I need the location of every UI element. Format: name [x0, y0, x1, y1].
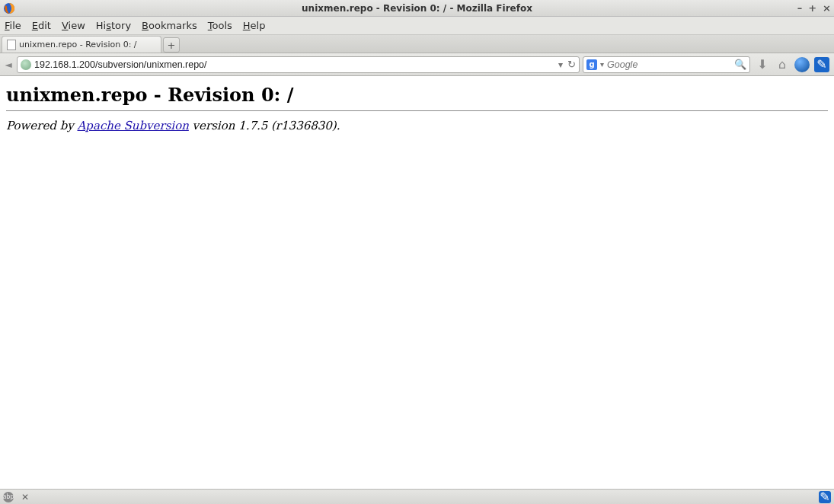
- menu-file[interactable]: File: [5, 20, 21, 31]
- menu-view[interactable]: View: [62, 20, 85, 31]
- window-controls: – + ×: [797, 2, 831, 14]
- url-bar[interactable]: ▾ ↻: [17, 56, 580, 73]
- tabbar: unixmen.repo - Revision 0: / +: [0, 35, 834, 53]
- back-button[interactable]: ◄: [3, 57, 14, 72]
- search-engine-dropdown-icon[interactable]: ▾: [600, 60, 604, 69]
- downloads-icon[interactable]: ⬇: [755, 57, 770, 72]
- tab-active[interactable]: unixmen.repo - Revision 0: /: [2, 36, 161, 53]
- taskbar-indicator-icon[interactable]: abp: [3, 492, 14, 502]
- taskbar-left: abp ✕: [3, 492, 30, 502]
- menu-edit[interactable]: Edit: [32, 20, 51, 31]
- menubar: File Edit View History Bookmarks Tools H…: [0, 17, 834, 35]
- powered-by-line: Powered by Apache Subversion version 1.7…: [6, 119, 828, 132]
- url-dropdown-icon[interactable]: ▾: [558, 59, 563, 70]
- menu-bookmarks[interactable]: Bookmarks: [142, 20, 197, 31]
- search-engine-icon[interactable]: g: [586, 59, 597, 70]
- globe-icon: [21, 59, 31, 70]
- window-maximize-button[interactable]: +: [808, 2, 816, 14]
- window-title: unixmen.repo - Revision 0: / - Mozilla F…: [302, 3, 532, 14]
- new-tab-button[interactable]: +: [163, 37, 180, 53]
- powered-prefix: Powered by: [6, 119, 78, 132]
- page-icon: [7, 40, 16, 50]
- window-close-button[interactable]: ×: [823, 2, 831, 14]
- version-suffix: version 1.7.5 (r1336830).: [189, 119, 340, 132]
- taskbar-edit-icon[interactable]: ✎: [819, 491, 831, 503]
- url-right-controls: ▾ ↻: [558, 59, 576, 70]
- toolbar-blue-circle-icon[interactable]: [794, 57, 810, 72]
- window-minimize-button[interactable]: –: [797, 2, 803, 14]
- search-input[interactable]: [607, 59, 731, 70]
- menu-history[interactable]: History: [96, 20, 131, 31]
- url-input[interactable]: [34, 59, 555, 70]
- divider: [6, 110, 828, 111]
- taskbar-close-icon[interactable]: ✕: [20, 492, 30, 502]
- menu-help[interactable]: Help: [243, 20, 266, 31]
- page-content: unixmen.repo - Revision 0: / Powered by …: [0, 76, 834, 137]
- search-bar[interactable]: g ▾ 🔍: [583, 56, 750, 73]
- nav-right-icons: ⬇ ⌂ ✎: [753, 57, 831, 72]
- bottom-taskbar: abp ✕ ✎: [0, 489, 834, 504]
- toolbar-edit-icon[interactable]: ✎: [814, 57, 829, 72]
- page-viewport[interactable]: unixmen.repo - Revision 0: / Powered by …: [0, 76, 834, 489]
- home-icon[interactable]: ⌂: [775, 57, 790, 72]
- apache-subversion-link[interactable]: Apache Subversion: [78, 119, 189, 132]
- tab-label: unixmen.repo - Revision 0: /: [19, 40, 137, 49]
- menu-tools[interactable]: Tools: [208, 20, 232, 31]
- navigation-toolbar: ◄ ▾ ↻ g ▾ 🔍 ⬇ ⌂ ✎: [0, 53, 834, 76]
- reload-button[interactable]: ↻: [567, 59, 576, 70]
- window-titlebar: unixmen.repo - Revision 0: / - Mozilla F…: [0, 0, 834, 17]
- search-go-icon[interactable]: 🔍: [734, 59, 746, 70]
- page-heading: unixmen.repo - Revision 0: /: [6, 84, 828, 106]
- firefox-icon: [3, 2, 15, 14]
